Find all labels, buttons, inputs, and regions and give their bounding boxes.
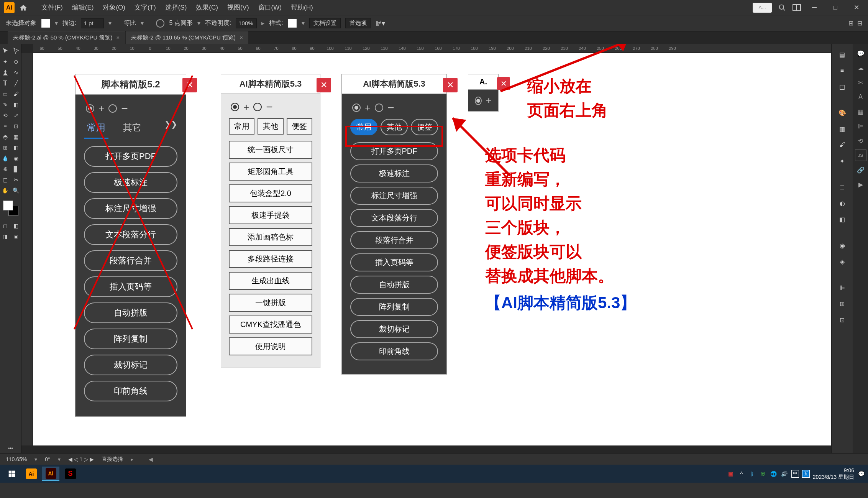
transform-panel-icon[interactable]: ⊡: [835, 313, 849, 327]
direct-selection-tool[interactable]: [11, 46, 21, 56]
script-button[interactable]: 统一画板尺寸: [229, 141, 312, 159]
uniform-label[interactable]: 等比: [124, 19, 136, 27]
symbols-panel-icon[interactable]: ✦: [835, 154, 849, 168]
gradient-tool[interactable]: ◧: [11, 142, 21, 153]
chevron-right-icon[interactable]: ❯❯: [164, 120, 177, 139]
menu-object[interactable]: 对象(O): [98, 3, 130, 12]
clip-icon[interactable]: ✂: [855, 77, 866, 88]
script-button[interactable]: CMYK查找潘通色: [229, 316, 312, 334]
menu-effect[interactable]: 效果(C): [191, 3, 223, 12]
minus-icon[interactable]: −: [119, 102, 130, 115]
tray-ime-icon[interactable]: 中: [791, 470, 799, 478]
document-tab[interactable]: 未标题-2 @ 110.65 % (CMYK/CPU 预览)×: [126, 31, 248, 44]
preferences-button[interactable]: 首选项: [345, 18, 371, 28]
script-button[interactable]: 多段路径连接: [229, 250, 312, 268]
perspective-tool[interactable]: ▦: [11, 131, 21, 142]
script-button[interactable]: 打开多页PDF: [84, 146, 177, 167]
swatches-panel-icon[interactable]: ▦: [835, 122, 849, 136]
eraser-tool[interactable]: ◧: [11, 99, 21, 110]
radio-on[interactable]: [86, 104, 94, 113]
artboard-tool[interactable]: ▢: [0, 174, 11, 185]
artboard-nav[interactable]: ◀ ◁ 1 ▷ ▶: [68, 456, 94, 462]
tray-shield-icon[interactable]: ⛨: [759, 470, 767, 478]
tray-chevron-icon[interactable]: ^: [738, 470, 745, 478]
menu-type[interactable]: 文字(T): [130, 3, 161, 12]
js-icon[interactable]: JS: [855, 150, 866, 161]
home-icon[interactable]: [18, 2, 29, 13]
script-button[interactable]: 文本段落分行: [84, 224, 177, 245]
free-transform-tool[interactable]: ⊡: [11, 121, 21, 131]
lasso-tool[interactable]: ⊙: [11, 56, 21, 67]
tray-bluetooth-icon[interactable]: ᛒ: [748, 470, 756, 478]
stroke-weight-input[interactable]: [81, 18, 104, 28]
close-tab-icon[interactable]: ×: [116, 34, 120, 41]
radio-off[interactable]: [108, 104, 117, 113]
width-tool[interactable]: ≡: [0, 121, 11, 131]
appearance-panel-icon[interactable]: ◉: [835, 238, 849, 252]
type-tool[interactable]: T: [0, 78, 11, 89]
maximize-button[interactable]: □: [828, 2, 843, 13]
color-swatches[interactable]: [3, 201, 18, 216]
script-button[interactable]: 自动拼版: [84, 302, 177, 323]
search-field-mini[interactable]: A...: [753, 3, 772, 13]
stroke-panel-icon[interactable]: ≣: [835, 180, 849, 194]
script-button[interactable]: 极速标注: [350, 164, 438, 182]
close-tab-icon[interactable]: ×: [240, 34, 243, 41]
script-button[interactable]: 自动拼版: [350, 276, 438, 294]
menu-edit[interactable]: 编辑(E): [67, 3, 98, 12]
history-icon[interactable]: ⟲: [855, 135, 866, 146]
pathfinder-panel-icon[interactable]: ⊞: [835, 297, 849, 311]
hand-tool[interactable]: ✋: [0, 185, 11, 196]
minimize-button[interactable]: ─: [807, 2, 822, 13]
radio-off[interactable]: [375, 104, 383, 112]
taskbar-clock[interactable]: 9:06 2023/8/13 星期日: [813, 467, 854, 480]
script-button[interactable]: 裁切标记: [350, 320, 438, 338]
paintbrush-tool[interactable]: 🖌: [11, 89, 21, 99]
script-button[interactable]: 标注尺寸增强: [350, 187, 438, 205]
zoom-level[interactable]: 110.65%: [6, 456, 27, 462]
script-button[interactable]: 极速手提袋: [229, 206, 312, 224]
script-button[interactable]: 矩形圆角工具: [229, 163, 312, 181]
taskbar-app-ai-active[interactable]: Ai: [42, 467, 59, 481]
tab-common[interactable]: 常用: [229, 118, 254, 135]
opacity-input[interactable]: [236, 18, 257, 28]
align-panel-icon[interactable]: ⊫: [835, 281, 849, 294]
share-icon[interactable]: ☁: [855, 62, 866, 74]
draw-mode-behind[interactable]: ◧: [11, 220, 21, 231]
close-panel-button[interactable]: ✕: [317, 78, 331, 92]
tab-other[interactable]: 其他: [258, 118, 283, 135]
tab-common[interactable]: 常用: [84, 120, 108, 139]
menu-file[interactable]: 文件(F): [37, 3, 67, 12]
menu-window[interactable]: 窗口(W): [254, 3, 286, 12]
line-tool[interactable]: ╱: [11, 78, 21, 89]
taskbar-app-s[interactable]: S: [62, 467, 79, 481]
artboard[interactable]: 脚本精简版5.2 ✕ + − 常用 其它 ❯❯ 打开多页PDF极速标注标注尺寸增…: [33, 53, 831, 445]
transparency-panel-icon[interactable]: ◧: [835, 212, 849, 226]
link-icon[interactable]: 🔗: [855, 164, 866, 176]
script-button[interactable]: 段落行合并: [350, 231, 438, 249]
script-button[interactable]: 使用说明: [229, 337, 312, 355]
tray-network-icon[interactable]: 🌐: [770, 470, 778, 478]
close-button[interactable]: ✕: [849, 2, 864, 13]
document-setup-button[interactable]: 文档设置: [309, 18, 341, 28]
panel-toggle-icon[interactable]: ⊞: [848, 20, 853, 27]
radio-on[interactable]: [475, 97, 482, 105]
blend-tool[interactable]: ◉: [11, 153, 21, 164]
radio-on[interactable]: [231, 103, 239, 111]
menu-view[interactable]: 视图(V): [223, 3, 254, 12]
panel-toggle-icon-2[interactable]: ⊟: [857, 20, 862, 27]
brushes-panel-icon[interactable]: 🖌: [835, 138, 849, 152]
selection-tool[interactable]: [0, 46, 11, 56]
tab-other[interactable]: 其它: [120, 120, 144, 139]
script-button[interactable]: 段落行合并: [84, 250, 177, 271]
play-icon[interactable]: ▶: [855, 179, 866, 190]
search-icon[interactable]: [778, 3, 787, 12]
color-icon[interactable]: ▦: [855, 106, 866, 117]
script-button[interactable]: 生成出血线: [229, 272, 312, 290]
tray-volume-icon[interactable]: 🔊: [781, 470, 788, 478]
graph-tool[interactable]: ▊: [11, 164, 21, 174]
plus-icon[interactable]: +: [363, 102, 372, 114]
align-icon[interactable]: ⊫: [855, 120, 866, 132]
edit-toolbar[interactable]: •••: [6, 444, 15, 453]
tab-notes[interactable]: 便签: [287, 118, 312, 135]
